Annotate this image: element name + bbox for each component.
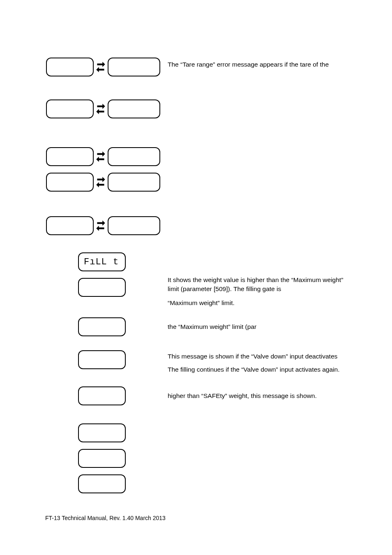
body-text-1: The “Tare range” error message appears i…	[168, 60, 348, 69]
body-text-s3: the “Maximum weight” limit (par	[168, 322, 344, 331]
body-text-s5: higher than “SAFEty” weight, this messag…	[168, 391, 344, 400]
lcd-display-right-5	[108, 216, 160, 235]
body-text-s2b: “Maximum weight” limit.	[168, 298, 344, 308]
lcd-display-s8	[78, 474, 126, 493]
swap-icon	[95, 103, 106, 115]
lcd-display-fill-t: FıLL t	[78, 252, 126, 271]
body-text-s4b: The filling continues if the “Valve down…	[168, 365, 353, 374]
swap-icon	[95, 176, 106, 188]
lcd-display-left-2	[46, 99, 94, 118]
lcd-display-left-5	[46, 216, 94, 235]
body-text-s4a: This message is shown if the “Valve down…	[168, 352, 348, 361]
lcd-display-s5	[78, 386, 126, 405]
lcd-display-left-4	[46, 173, 94, 192]
lcd-display-right-2	[108, 99, 160, 118]
swap-icon	[95, 150, 106, 163]
footer-text: FT-13 Technical Manual, Rev. 1.40 March …	[45, 515, 166, 521]
lcd-display-left-1	[46, 58, 94, 76]
swap-icon	[95, 61, 106, 73]
lcd-display-right-1	[108, 58, 160, 76]
swap-icon	[95, 220, 106, 232]
lcd-display-s4	[78, 350, 126, 369]
lcd-display-s2	[78, 278, 126, 297]
lcd-display-s3	[78, 317, 126, 336]
lcd-display-right-3	[108, 147, 160, 166]
lcd-display-right-4	[108, 173, 160, 192]
lcd-display-left-3	[46, 147, 94, 166]
body-text-s2a: It shows the weight value is higher than…	[168, 275, 344, 293]
lcd-display-s7	[78, 449, 126, 468]
lcd-display-s6	[78, 423, 126, 442]
